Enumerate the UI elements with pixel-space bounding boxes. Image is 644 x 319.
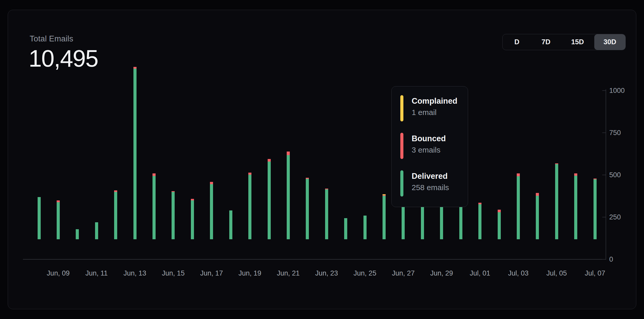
tooltip-label: Bounced bbox=[412, 133, 446, 145]
y-axis-line bbox=[606, 89, 606, 259]
bar-jun-16[interactable] bbox=[191, 199, 194, 239]
bar-jul-03[interactable] bbox=[517, 173, 520, 239]
x-tick-label: Jun, 29 bbox=[430, 269, 453, 277]
delivered-segment bbox=[114, 192, 117, 239]
x-tick-label: Jul, 01 bbox=[470, 269, 490, 277]
bar-jun-13[interactable] bbox=[133, 67, 137, 239]
y-tick-mark bbox=[602, 217, 606, 217]
x-tick-label: Jun, 21 bbox=[277, 269, 300, 277]
y-tick-mark bbox=[602, 175, 606, 175]
x-tick-label: Jun, 27 bbox=[392, 269, 415, 277]
x-tick-label: Jun, 23 bbox=[315, 269, 338, 277]
range-button-d[interactable]: D bbox=[503, 34, 531, 50]
tooltip-value: 258 emails bbox=[412, 182, 449, 193]
bounced-segment bbox=[210, 182, 213, 184]
x-tick-label: Jun, 09 bbox=[47, 269, 70, 277]
bounced-segment bbox=[574, 173, 577, 176]
card-title: Total Emails bbox=[30, 34, 73, 43]
tooltip-value: 1 email bbox=[412, 107, 457, 118]
y-tick-label: 1000 bbox=[609, 87, 625, 95]
y-tick-mark bbox=[602, 259, 606, 260]
x-tick-label: Jul, 03 bbox=[508, 269, 529, 277]
bar-jun-09[interactable] bbox=[57, 200, 60, 239]
total-emails-value: 10,495 bbox=[29, 45, 98, 72]
bar-jul-02[interactable] bbox=[498, 210, 501, 239]
range-button-15d[interactable]: 15D bbox=[561, 34, 594, 50]
tooltip-item-delivered: Delivered 258 emails bbox=[400, 170, 468, 197]
x-tick-label: Jun, 13 bbox=[123, 269, 146, 277]
delivered-segment bbox=[555, 164, 558, 239]
bar-jun-14[interactable] bbox=[152, 173, 156, 239]
y-tick-mark bbox=[602, 90, 606, 91]
range-button-30d[interactable]: 30D bbox=[594, 34, 625, 50]
delivered-segment bbox=[306, 179, 309, 239]
delivered-segment bbox=[191, 200, 194, 239]
complained-color-pill bbox=[400, 95, 403, 121]
bar-jun-26[interactable] bbox=[383, 194, 386, 239]
tooltip-label: Delivered bbox=[412, 170, 449, 182]
bar-jun-10[interactable] bbox=[76, 229, 79, 239]
delivered-segment bbox=[152, 176, 156, 239]
x-axis-line bbox=[23, 259, 606, 260]
delivered-segment bbox=[344, 218, 347, 239]
x-tick-label: Jun, 19 bbox=[239, 269, 261, 277]
delivered-segment bbox=[268, 162, 271, 239]
bounced-segment bbox=[248, 173, 251, 175]
y-tick-mark bbox=[602, 132, 606, 133]
bar-jul-07[interactable] bbox=[594, 179, 597, 239]
delivered-segment bbox=[172, 192, 175, 239]
range-button-7d[interactable]: 7D bbox=[531, 34, 561, 50]
bar-jun-15[interactable] bbox=[172, 191, 175, 239]
tooltip-label: Complained bbox=[412, 95, 457, 107]
bar-jun-21[interactable] bbox=[287, 152, 290, 239]
x-tick-label: Jun, 11 bbox=[85, 269, 108, 277]
delivered-segment bbox=[594, 179, 597, 239]
bar-jun-18[interactable] bbox=[229, 210, 232, 239]
delivered-segment bbox=[76, 229, 79, 239]
x-tick-label: Jun, 17 bbox=[200, 269, 223, 277]
bar-jun-11[interactable] bbox=[95, 222, 98, 239]
x-tick-label: Jun, 25 bbox=[353, 269, 376, 277]
delivered-segment bbox=[210, 184, 213, 239]
time-range-selector: D7D15D30D bbox=[502, 34, 626, 50]
bounced-segment bbox=[287, 152, 290, 155]
bar-jul-01[interactable] bbox=[478, 203, 481, 239]
x-tick-label: Jun, 15 bbox=[162, 269, 185, 277]
y-tick-label: 500 bbox=[609, 171, 621, 179]
bounced-segment bbox=[536, 193, 539, 196]
bounced-segment bbox=[517, 173, 520, 176]
bar-jun-24[interactable] bbox=[344, 218, 347, 239]
y-tick-label: 0 bbox=[609, 255, 613, 263]
delivered-segment bbox=[498, 212, 501, 239]
y-tick-label: 750 bbox=[609, 129, 621, 137]
email-analytics-page: Total Emails 10,495 D7D15D30D 0250500750… bbox=[0, 0, 644, 319]
bar-jun-22[interactable] bbox=[306, 178, 309, 239]
delivered-segment bbox=[517, 176, 520, 239]
delivered-segment bbox=[478, 204, 481, 239]
bar-jun-25[interactable] bbox=[363, 216, 367, 239]
delivered-color-pill bbox=[400, 170, 403, 197]
bar-jun-20[interactable] bbox=[268, 159, 271, 239]
bounced-segment bbox=[152, 173, 156, 176]
tooltip-item-bounced: Bounced 3 emails bbox=[400, 133, 468, 159]
bar-jun-08[interactable] bbox=[38, 197, 41, 239]
bar-jun-17[interactable] bbox=[210, 182, 213, 239]
delivered-segment bbox=[57, 202, 60, 239]
x-tick-label: Jul, 05 bbox=[546, 269, 567, 277]
bar-jul-04[interactable] bbox=[536, 193, 539, 239]
total-emails-card: Total Emails 10,495 D7D15D30D 0250500750… bbox=[8, 10, 636, 309]
x-tick-label: Jul, 07 bbox=[585, 269, 605, 277]
bar-jul-05[interactable] bbox=[555, 163, 558, 239]
delivered-segment bbox=[248, 175, 251, 239]
delivered-segment bbox=[363, 216, 367, 239]
bar-jun-19[interactable] bbox=[248, 173, 251, 239]
delivered-segment bbox=[383, 196, 386, 239]
tooltip-value: 3 emails bbox=[412, 145, 446, 155]
delivered-segment bbox=[574, 176, 577, 239]
tooltip-item-complained: Complained 1 email bbox=[400, 95, 468, 121]
bar-jul-06[interactable] bbox=[574, 173, 577, 239]
bar-jun-23[interactable] bbox=[325, 189, 328, 239]
bar-jun-12[interactable] bbox=[114, 190, 117, 239]
bounced-color-pill bbox=[400, 133, 403, 159]
delivered-segment bbox=[325, 189, 328, 239]
